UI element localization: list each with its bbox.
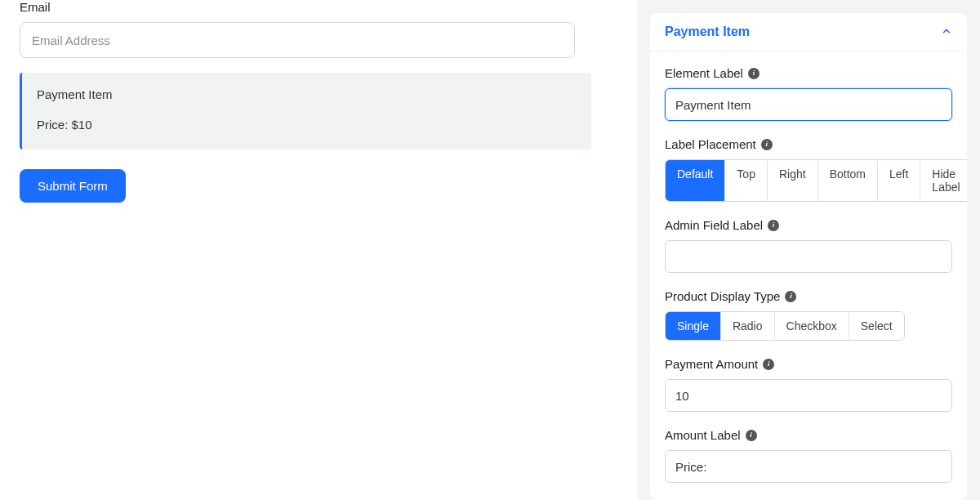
chevron-up-icon[interactable] (941, 25, 952, 39)
placement-bottom[interactable]: Bottom (818, 160, 878, 201)
payment-item-price: Price: $10 (37, 118, 577, 132)
payment-amount-input[interactable] (665, 379, 952, 412)
panel-title: Payment Item (665, 25, 750, 39)
placement-right[interactable]: Right (768, 160, 818, 201)
admin-label-section: Admin Field Label i (665, 218, 952, 273)
email-field-block: Email (20, 0, 617, 58)
admin-label-input[interactable] (665, 240, 952, 273)
settings-sidebar: Payment Item Element Label i Label Place… (637, 0, 980, 500)
payment-amount-section: Payment Amount i (665, 357, 952, 412)
info-icon[interactable]: i (746, 430, 757, 441)
label-placement-group: Default Top Right Bottom Left Hide Label (665, 159, 967, 202)
display-type-text: Product Display Type (665, 289, 780, 303)
info-icon[interactable]: i (768, 220, 779, 231)
info-icon[interactable]: i (748, 68, 760, 79)
info-icon[interactable]: i (785, 291, 796, 302)
amount-label-input[interactable] (665, 450, 952, 483)
label-placement-text: Label Placement (665, 137, 756, 151)
info-icon[interactable]: i (761, 139, 773, 150)
placement-left[interactable]: Left (878, 160, 920, 201)
display-checkbox[interactable]: Checkbox (775, 312, 849, 340)
element-label-input[interactable] (665, 88, 952, 121)
payment-item-element[interactable]: Payment Item Price: $10 (20, 73, 591, 150)
display-select[interactable]: Select (849, 312, 904, 340)
display-type-group: Single Radio Checkbox Select (665, 311, 905, 341)
display-radio[interactable]: Radio (721, 312, 775, 340)
panel-header[interactable]: Payment Item (650, 13, 967, 51)
amount-label-text: Amount Label (665, 428, 741, 442)
payment-item-title: Payment Item (37, 87, 577, 101)
placement-hide[interactable]: Hide Label (920, 160, 967, 201)
element-label-text: Element Label (665, 66, 743, 80)
settings-panel: Payment Item Element Label i Label Place… (650, 13, 967, 500)
email-input[interactable] (20, 22, 575, 58)
admin-label-text: Admin Field Label (665, 218, 763, 232)
amount-label-section: Amount Label i (665, 428, 952, 483)
payment-amount-text: Payment Amount (665, 357, 758, 371)
element-label-section: Element Label i (665, 66, 952, 121)
placement-default[interactable]: Default (666, 160, 725, 201)
info-icon[interactable]: i (763, 359, 774, 370)
display-single[interactable]: Single (666, 312, 721, 340)
form-preview: Email Payment Item Price: $10 Submit For… (0, 0, 637, 500)
panel-body: Element Label i Label Placement i Defaul… (650, 51, 967, 500)
email-label: Email (20, 0, 617, 14)
placement-top[interactable]: Top (725, 160, 768, 201)
display-type-section: Product Display Type i Single Radio Chec… (665, 289, 952, 341)
label-placement-section: Label Placement i Default Top Right Bott… (665, 137, 952, 202)
submit-button[interactable]: Submit Form (20, 169, 126, 203)
